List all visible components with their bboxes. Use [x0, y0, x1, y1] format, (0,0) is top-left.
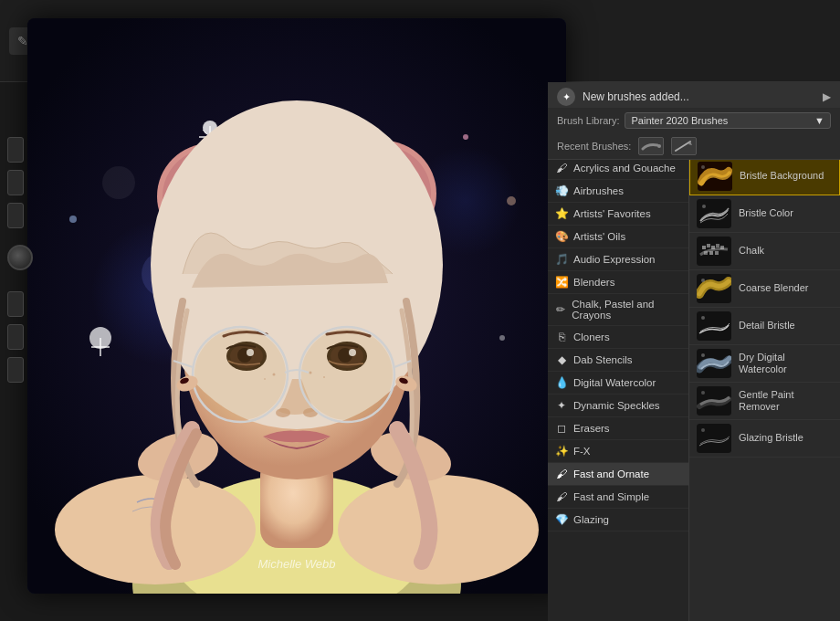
brush-item-chalk[interactable]: Chalk — [689, 233, 840, 270]
recent-brushes-bar: Recent Brushes: — [548, 133, 840, 160]
brush-item-coarse-blender[interactable]: Coarse Blender — [689, 270, 840, 308]
category-label: Glazing — [573, 514, 609, 525]
tablet-btn-1[interactable] — [7, 137, 24, 163]
tablet-btn-3[interactable] — [7, 203, 24, 228]
library-arrow-icon: ▼ — [814, 115, 824, 126]
svg-point-45 — [276, 408, 290, 417]
library-label: Brush Library: — [557, 115, 619, 126]
chalk-preview — [697, 237, 731, 266]
tablet-btn-5[interactable] — [7, 324, 24, 350]
brush-item-gentle-remover[interactable]: Gentle Paint Remover — [689, 383, 840, 420]
detail-bristle-name: Detail Bristle — [739, 320, 833, 332]
brush-item-glazing-bristle[interactable]: Glazing Bristle — [689, 420, 840, 458]
category-item-artists-favs[interactable]: ⭐ Artists' Favorites — [548, 203, 688, 226]
svg-point-61 — [701, 165, 705, 169]
category-item-digital-wc[interactable]: 💧 Digital Watercolor — [548, 372, 688, 395]
audio-icon: 🎵 — [555, 253, 568, 266]
fast-simple-icon: 🖌 — [555, 490, 568, 503]
category-label: Chalk, Pastel and Crayons — [572, 299, 681, 321]
glazing-icon: 💎 — [555, 513, 568, 526]
svg-point-63 — [702, 205, 706, 208]
category-item-cloners[interactable]: ⎘ Cloners — [548, 326, 688, 349]
category-list: 🖌 Acrylics and Gouache 💨 Airbrushes ⭐ Ar… — [548, 157, 689, 621]
notification-icon: ✦ — [557, 88, 575, 106]
category-label: Audio Expression — [573, 254, 656, 265]
category-item-fast-simple[interactable]: 🖌 Fast and Simple — [548, 486, 688, 509]
category-item-dab[interactable]: ◆ Dab Stencils — [548, 349, 688, 372]
category-item-fx[interactable]: ✨ F-X — [548, 440, 688, 463]
category-item-acrylics[interactable]: 🖌 Acrylics and Gouache — [548, 157, 688, 180]
library-dropdown[interactable]: Painter 2020 Brushes ▼ — [625, 112, 831, 129]
category-label: Digital Watercolor — [573, 377, 656, 388]
glazing-bristle-name: Glazing Bristle — [739, 432, 833, 444]
svg-rect-81 — [697, 424, 731, 453]
svg-point-16 — [499, 335, 505, 341]
watermark: Michelle Webb — [257, 557, 335, 571]
bristle-bg-preview — [698, 162, 732, 191]
library-bar: Brush Library: Painter 2020 Brushes ▼ — [548, 108, 840, 134]
dynamic-icon: ✦ — [555, 399, 568, 412]
category-label: Artists' Oils — [573, 231, 625, 242]
svg-point-80 — [701, 391, 705, 395]
cloners-icon: ⎘ — [555, 331, 568, 343]
brush-item-dry-digital-wc[interactable]: Dry Digital Watercolor — [689, 345, 840, 383]
category-item-glazing[interactable]: 💎 Glazing — [548, 509, 688, 532]
brush-list: Bristle Background Bristle Color — [689, 157, 840, 621]
tablet-btn-2[interactable] — [7, 170, 24, 195]
svg-rect-68 — [716, 244, 719, 247]
svg-rect-72 — [715, 251, 719, 255]
category-label: Artists' Favorites — [573, 208, 651, 219]
svg-point-14 — [507, 196, 516, 205]
svg-rect-66 — [707, 244, 710, 247]
category-item-chalk[interactable]: ✏ Chalk, Pastel and Crayons — [548, 294, 688, 326]
svg-point-13 — [463, 134, 468, 140]
gentle-remover-preview — [697, 386, 731, 416]
fast-ornate-icon: 🖌 — [555, 468, 568, 480]
svg-point-74 — [701, 279, 705, 282]
acrylics-icon: 🖌 — [555, 162, 568, 174]
left-controls — [7, 137, 33, 383]
svg-point-21 — [338, 475, 539, 584]
category-label: Airbrushes — [573, 185, 624, 196]
brush-item-bristle-color[interactable]: Bristle Color — [689, 195, 840, 233]
category-item-dynamic[interactable]: ✦ Dynamic Speckles — [548, 395, 688, 417]
svg-rect-75 — [697, 311, 731, 341]
airbrushes-icon: 💨 — [555, 184, 568, 197]
category-label: Dab Stencils — [573, 354, 633, 365]
dry-digital-wc-name: Dry Digital Watercolor — [739, 352, 833, 375]
gentle-remover-name: Gentle Paint Remover — [739, 389, 833, 413]
svg-line-58 — [676, 142, 690, 151]
tablet-btn-6[interactable] — [7, 357, 24, 383]
bristle-color-name: Bristle Color — [739, 207, 833, 219]
svg-point-49 — [194, 329, 286, 420]
glazing-bristle-preview — [697, 424, 731, 453]
coarse-blender-preview — [697, 274, 731, 303]
category-item-blenders[interactable]: 🔀 Blenders — [548, 271, 688, 294]
erasers-icon: ◻ — [555, 422, 568, 435]
brush-item-detail-bristle[interactable]: Detail Bristle — [689, 308, 840, 345]
chalk-name: Chalk — [739, 245, 833, 257]
category-label: Blenders — [573, 277, 614, 288]
recent-brush-1[interactable] — [638, 137, 664, 155]
canvas-area: Michelle Webb — [27, 18, 566, 594]
category-item-artists-oils[interactable]: 🎨 Artists' Oils — [548, 226, 688, 248]
category-item-fast-ornate[interactable]: 🖌 Fast and Ornate — [548, 463, 688, 486]
blenders-icon: 🔀 — [555, 276, 568, 289]
recent-brush-2[interactable] — [671, 137, 697, 155]
category-item-audio[interactable]: 🎵 Audio Expression — [548, 248, 688, 271]
coarse-blender-name: Coarse Blender — [739, 282, 833, 294]
tablet-dial[interactable] — [7, 245, 33, 270]
svg-point-3 — [102, 166, 135, 199]
dry-digital-wc-preview — [697, 349, 731, 378]
tablet-btn-4[interactable] — [7, 291, 24, 317]
main-panel: 🖌 Acrylics and Gouache 💨 Airbrushes ⭐ Ar… — [548, 157, 840, 621]
svg-point-50 — [301, 329, 393, 420]
svg-rect-65 — [702, 246, 706, 249]
category-item-erasers[interactable]: ◻ Erasers — [548, 417, 688, 440]
category-label: Cloners — [573, 332, 610, 342]
brush-item-bristle-bg[interactable]: Bristle Background — [689, 157, 840, 195]
category-item-airbrushes[interactable]: 💨 Airbrushes — [548, 180, 688, 203]
library-value: Painter 2020 Brushes — [631, 115, 728, 126]
recent-label: Recent Brushes: — [557, 141, 631, 152]
artists-oils-icon: 🎨 — [555, 230, 568, 243]
